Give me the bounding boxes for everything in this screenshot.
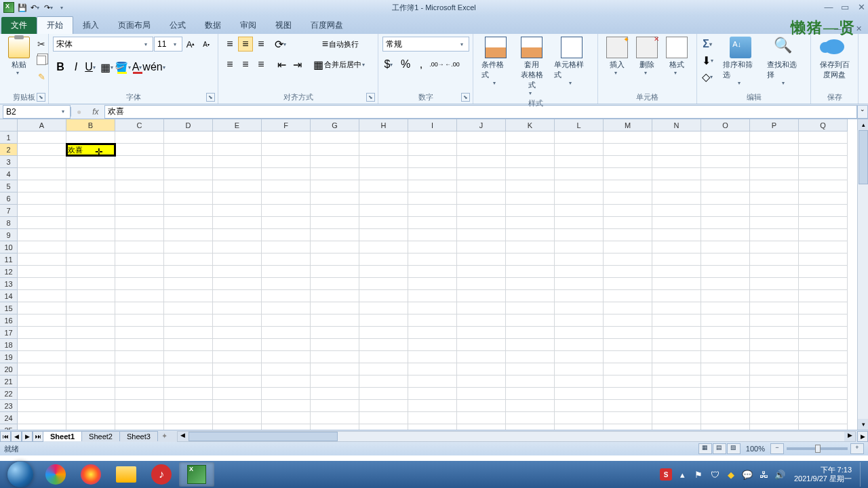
cell-A11[interactable] <box>18 253 66 266</box>
align-right-icon[interactable]: ≡ <box>254 57 269 72</box>
cell-K24[interactable] <box>506 412 555 424</box>
cell-E15[interactable] <box>213 302 262 314</box>
cell-I2[interactable] <box>408 144 457 156</box>
accounting-format-icon[interactable]: $▾ <box>382 57 397 72</box>
cell-K23[interactable] <box>506 400 555 412</box>
cell-N13[interactable] <box>652 278 701 290</box>
cell-H10[interactable] <box>359 241 408 253</box>
cell-K3[interactable] <box>506 156 555 168</box>
cell-J3[interactable] <box>457 156 506 168</box>
cell-N11[interactable] <box>652 253 701 266</box>
cell-I10[interactable] <box>408 241 457 253</box>
cell-J13[interactable] <box>457 278 506 290</box>
cell-H6[interactable] <box>359 192 408 205</box>
cell-O2[interactable] <box>701 144 750 156</box>
tray-wechat-icon[interactable]: 💬 <box>741 468 753 481</box>
cell-J23[interactable] <box>457 400 506 412</box>
zoom-out-icon[interactable]: − <box>770 443 784 454</box>
align-center-icon[interactable]: ≡ <box>238 57 253 72</box>
font-dialog-icon[interactable]: ⬊ <box>206 93 215 102</box>
cell-C13[interactable] <box>115 278 164 290</box>
cell-J2[interactable] <box>457 144 506 156</box>
sheet-tab-3[interactable]: Sheet3 <box>119 431 158 441</box>
align-middle-icon[interactable]: ≡ <box>238 37 253 52</box>
cell-D17[interactable] <box>164 327 213 339</box>
cell-L8[interactable] <box>555 217 604 229</box>
cell-A2[interactable] <box>18 144 66 156</box>
cell-P10[interactable] <box>750 241 799 253</box>
cell-D9[interactable] <box>164 229 213 241</box>
cell-O9[interactable] <box>701 229 750 241</box>
cell-Q25[interactable] <box>799 424 848 430</box>
cell-F1[interactable] <box>262 131 311 144</box>
cell-G6[interactable] <box>311 192 359 205</box>
cell-D21[interactable] <box>164 375 213 388</box>
cell-J7[interactable] <box>457 205 506 217</box>
row-header-20[interactable]: 20 <box>0 363 18 375</box>
cell-C1[interactable] <box>115 131 164 144</box>
vertical-scrollbar[interactable]: ▴ ▾ <box>857 119 868 430</box>
cell-I5[interactable] <box>408 180 457 192</box>
cell-B7[interactable] <box>66 205 115 217</box>
taskbar-netease-music[interactable]: ♪ <box>144 462 179 487</box>
col-header-B[interactable]: B <box>66 119 115 131</box>
tab-baidu[interactable]: 百度网盘 <box>301 17 353 34</box>
cell-H8[interactable] <box>359 217 408 229</box>
cell-Q17[interactable] <box>799 327 848 339</box>
cell-N3[interactable] <box>652 156 701 168</box>
cell-Q9[interactable] <box>799 229 848 241</box>
cell-B8[interactable] <box>66 217 115 229</box>
cell-C6[interactable] <box>115 192 164 205</box>
tray-app-icon[interactable]: ◆ <box>725 468 737 481</box>
tab-insert[interactable]: 插入 <box>73 17 108 34</box>
cell-B18[interactable] <box>66 339 115 351</box>
cell-H24[interactable] <box>359 412 408 424</box>
clipboard-dialog-icon[interactable]: ⬊ <box>37 93 45 102</box>
cell-B10[interactable] <box>66 241 115 253</box>
fx-icon[interactable]: fx <box>87 107 104 117</box>
cell-G22[interactable] <box>311 388 359 400</box>
cell-G13[interactable] <box>311 278 359 290</box>
row-header-14[interactable]: 14 <box>0 290 18 302</box>
cell-F13[interactable] <box>262 278 311 290</box>
cell-E16[interactable] <box>213 314 262 327</box>
cell-M1[interactable] <box>604 131 652 144</box>
cell-K2[interactable] <box>506 144 555 156</box>
col-header-E[interactable]: E <box>213 119 262 131</box>
cell-N12[interactable] <box>652 266 701 278</box>
cell-M21[interactable] <box>604 375 652 388</box>
cell-Q3[interactable] <box>799 156 848 168</box>
cell-Q10[interactable] <box>799 241 848 253</box>
cell-A18[interactable] <box>18 339 66 351</box>
cell-G25[interactable] <box>311 424 359 430</box>
cell-Q8[interactable] <box>799 217 848 229</box>
cell-K22[interactable] <box>506 388 555 400</box>
col-header-K[interactable]: K <box>506 119 555 131</box>
cell-Q4[interactable] <box>799 168 848 180</box>
italic-button[interactable]: I <box>68 60 83 75</box>
qat-customize-icon[interactable]: ▾ <box>57 1 69 14</box>
cell-H1[interactable] <box>359 131 408 144</box>
cell-I23[interactable] <box>408 400 457 412</box>
cell-P13[interactable] <box>750 278 799 290</box>
cell-A7[interactable] <box>18 205 66 217</box>
cell-D1[interactable] <box>164 131 213 144</box>
cell-P5[interactable] <box>750 180 799 192</box>
cell-I24[interactable] <box>408 412 457 424</box>
cell-G5[interactable] <box>311 180 359 192</box>
cell-F11[interactable] <box>262 253 311 266</box>
cell-I22[interactable] <box>408 388 457 400</box>
row-header-25[interactable]: 25 <box>0 424 18 430</box>
cell-H17[interactable] <box>359 327 408 339</box>
cell-A16[interactable] <box>18 314 66 327</box>
cell-I12[interactable] <box>408 266 457 278</box>
scroll-right-icon[interactable]: ▶ <box>844 432 855 441</box>
cell-D4[interactable] <box>164 168 213 180</box>
cell-J11[interactable] <box>457 253 506 266</box>
cell-B24[interactable] <box>66 412 115 424</box>
col-header-F[interactable]: F <box>262 119 311 131</box>
horizontal-scrollbar[interactable]: ◀ ▶ <box>177 431 856 442</box>
cell-F14[interactable] <box>262 290 311 302</box>
cell-D10[interactable] <box>164 241 213 253</box>
underline-button[interactable]: U▾ <box>84 60 99 75</box>
